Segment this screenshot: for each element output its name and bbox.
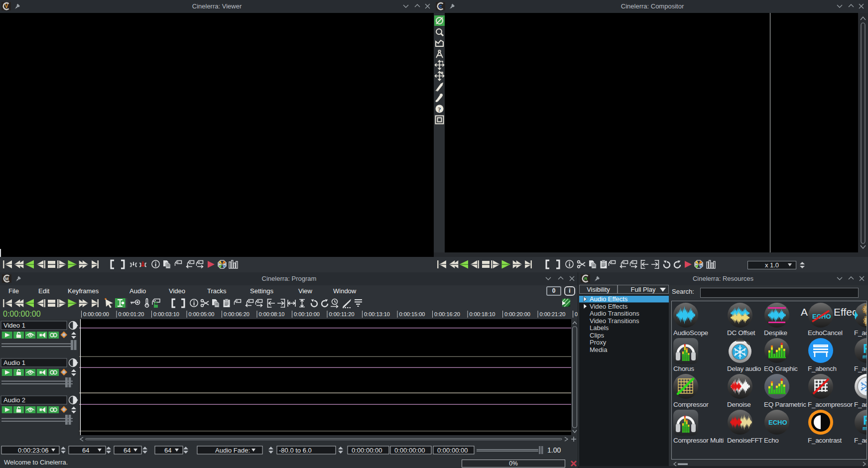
- svg-text:Chorus: Chorus: [673, 365, 694, 372]
- svg-text:0:00:00:00: 0:00:00:00: [352, 447, 382, 454]
- svg-text:A: A: [801, 306, 808, 318]
- svg-text:F_ad: F_ad: [854, 401, 867, 408]
- svg-text:64: 64: [164, 447, 171, 454]
- svg-text:DC Offset: DC Offset: [727, 329, 755, 337]
- svg-text:0:00:00:00: 0:00:00:00: [394, 447, 425, 454]
- svg-text:DenoiseFFT: DenoiseFFT: [727, 437, 762, 444]
- svg-text:Labels: Labels: [590, 324, 609, 332]
- svg-text:Delay audio: Delay audio: [727, 365, 761, 372]
- svg-text:0:00:21:20: 0:00:21:20: [540, 311, 566, 317]
- svg-text:0:00:08:10: 0:00:08:10: [259, 311, 285, 317]
- svg-text:AudioScope: AudioScope: [673, 329, 708, 337]
- svg-text:EQ Parametric: EQ Parametric: [764, 401, 806, 408]
- svg-text:F_acompressor: F_acompressor: [808, 401, 853, 408]
- svg-text:M: M: [5, 276, 9, 281]
- svg-text:0:00:15:00: 0:00:15:00: [399, 311, 425, 317]
- svg-text:0:00:00:00: 0:00:00:00: [83, 311, 109, 317]
- svg-text:0:00:20:00: 0:00:20:00: [504, 311, 530, 317]
- svg-text:Echo: Echo: [764, 437, 779, 444]
- svg-text:Clips: Clips: [590, 332, 604, 339]
- svg-text:0:00:05:00: 0:00:05:00: [189, 311, 215, 317]
- svg-text:1.00: 1.00: [547, 446, 561, 454]
- svg-text:64: 64: [124, 447, 130, 454]
- svg-text:64: 64: [82, 447, 89, 454]
- svg-text:Audio 2: Audio 2: [3, 396, 25, 404]
- svg-text:0:00:10:00: 0:00:10:00: [294, 311, 320, 317]
- svg-text:Video Transitions: Video Transitions: [590, 317, 639, 325]
- svg-text:c: c: [439, 3, 442, 9]
- svg-text:F_ac: F_ac: [854, 329, 867, 337]
- svg-text:F_ad: F_ad: [854, 437, 867, 444]
- svg-text:EchoCancel: EchoCancel: [808, 329, 843, 337]
- svg-text:Audio Effects: Audio Effects: [590, 295, 628, 303]
- svg-text:Audio Fade:: Audio Fade:: [215, 447, 250, 454]
- svg-text:F_acontrast: F_acontrast: [808, 437, 842, 444]
- svg-text:0:00:13:10: 0:00:13:10: [364, 311, 390, 317]
- svg-text:V: V: [5, 3, 8, 9]
- svg-text:0:00:00:00: 0:00:00:00: [437, 447, 468, 454]
- svg-text:R: R: [584, 276, 588, 281]
- svg-text:Proxy: Proxy: [590, 339, 607, 346]
- svg-text:-80.0 to 6.0: -80.0 to 6.0: [279, 447, 312, 454]
- svg-text:Video 1: Video 1: [3, 322, 25, 329]
- svg-text:Audio 1: Audio 1: [3, 359, 25, 366]
- svg-text:0:00:06:20: 0:00:06:20: [224, 311, 249, 317]
- svg-text:0:00:11:20: 0:00:11:20: [329, 311, 355, 317]
- svg-text:ECHO: ECHO: [768, 419, 787, 426]
- svg-text:F_ac: F_ac: [854, 365, 867, 372]
- svg-text:?: ?: [438, 106, 441, 113]
- svg-text:0:00:03:10: 0:00:03:10: [153, 311, 179, 317]
- svg-text:0:00:16:20: 0:00:16:20: [434, 311, 460, 317]
- svg-text:Despike: Despike: [764, 329, 787, 337]
- svg-text:Media: Media: [590, 346, 608, 353]
- svg-text:Audio Transitions: Audio Transitions: [590, 310, 639, 317]
- svg-text:0:00:01:20: 0:00:01:20: [119, 311, 144, 317]
- svg-text:Compressor Multi: Compressor Multi: [673, 437, 724, 444]
- svg-text:Compressor: Compressor: [673, 401, 709, 408]
- svg-text:0:00:23:06: 0:00:23:06: [18, 447, 48, 454]
- svg-text:Effec: Effec: [834, 306, 857, 318]
- svg-text:Denoise: Denoise: [727, 401, 750, 408]
- svg-text:EQ Graphic: EQ Graphic: [764, 365, 798, 372]
- svg-text:F_abench: F_abench: [808, 365, 837, 372]
- svg-text:Video Effects: Video Effects: [590, 303, 628, 310]
- svg-text:0:00:18:10: 0:00:18:10: [470, 311, 496, 317]
